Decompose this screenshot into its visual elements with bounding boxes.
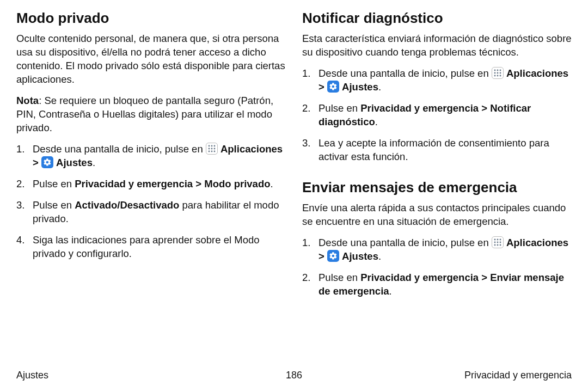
list-item: Pulse en Privacidad y emergencia > Notif… (302, 102, 572, 129)
apps-label: Aplicaciones (506, 237, 568, 248)
steps-modo-privado: Desde una pantalla de inicio, pulse en A… (16, 143, 286, 261)
note-body: : Se requiere un bloqueo de pantalla seg… (16, 95, 273, 133)
steps-notificar-diagnostico: Desde una pantalla de inicio, pulse en A… (302, 67, 572, 164)
step-text: Siga las indicaciones para aprender sobr… (33, 234, 260, 259)
period: . (378, 250, 381, 262)
svg-point-15 (494, 75, 495, 77)
svg-point-9 (494, 70, 495, 71)
intro-modo-privado: Oculte contenido personal, de manera que… (16, 32, 286, 87)
list-item: Pulse en Privacidad y emergencia > Modo … (16, 177, 286, 191)
svg-point-26 (499, 244, 501, 246)
svg-point-10 (497, 70, 498, 71)
footer-page-number: 186 (16, 370, 572, 381)
heading-notificar-diagnostico: Notificar diagnóstico (302, 10, 572, 27)
page-footer: Ajustes 186 Privacidad y emergencia (16, 370, 572, 381)
list-item: Desde una pantalla de inicio, pulse en A… (302, 67, 572, 94)
steps-enviar-mensajes: Desde una pantalla de inicio, pulse en A… (302, 236, 572, 298)
step-bold: Privacidad y emergencia (360, 102, 479, 114)
left-column: Modo privado Oculte contenido personal, … (16, 10, 286, 306)
apps-grid-icon (206, 143, 218, 155)
apps-grid-icon (492, 67, 504, 79)
step-text: Pulse en (318, 272, 360, 283)
svg-point-20 (499, 238, 501, 240)
period: . (389, 285, 392, 297)
apps-label: Aplicaciones (506, 68, 568, 79)
svg-point-16 (497, 75, 498, 77)
svg-point-14 (499, 72, 501, 74)
period: . (271, 178, 273, 189)
step-text: Desde una pantalla de inicio, pulse en (318, 237, 492, 248)
intro-notificar-diagnostico: Esta característica enviará información … (302, 32, 572, 59)
list-item: Pulse en Privacidad y emergencia > Envia… (302, 271, 572, 298)
settings-gear-icon (41, 156, 53, 168)
step-bold: Privacidad y emergencia (75, 178, 193, 189)
svg-point-5 (213, 148, 215, 149)
svg-point-1 (211, 145, 212, 146)
svg-point-0 (208, 145, 210, 146)
right-column: Notificar diagnóstico Esta característic… (302, 10, 572, 306)
settings-gear-icon (327, 81, 339, 93)
nav-caret: > (479, 272, 490, 283)
svg-point-6 (208, 150, 210, 152)
list-item: Desde una pantalla de inicio, pulse en A… (16, 143, 286, 170)
settings-label: Ajustes (56, 157, 93, 168)
intro-enviar-mensajes: Envíe una alerta rápida a sus contactos … (302, 201, 572, 229)
heading-enviar-mensajes: Enviar mensajes de emergencia (302, 179, 572, 196)
svg-point-23 (499, 241, 501, 243)
svg-point-4 (211, 148, 212, 149)
step-bold: Activado/Desactivado (75, 199, 179, 211)
svg-point-11 (499, 70, 501, 71)
svg-point-13 (497, 72, 498, 74)
list-item: Siga las indicaciones para aprender sobr… (16, 234, 286, 261)
list-item: Lea y acepte la información de consentim… (302, 137, 572, 164)
svg-point-18 (494, 238, 495, 240)
svg-point-8 (213, 150, 215, 152)
nav-caret: > (193, 178, 204, 189)
note-modo-privado: Nota: Se requiere un bloqueo de pantalla… (16, 94, 286, 135)
heading-modo-privado: Modo privado (16, 10, 286, 27)
list-item: Desde una pantalla de inicio, pulse en A… (302, 236, 572, 264)
step-bold: Modo privado (204, 178, 270, 189)
svg-point-7 (211, 150, 212, 152)
step-text: Desde una pantalla de inicio, pulse en (33, 143, 206, 155)
settings-label: Ajustes (342, 81, 378, 93)
svg-point-2 (213, 145, 215, 146)
step-text: Pulse en (318, 102, 360, 114)
step-bold: Privacidad y emergencia (360, 272, 479, 283)
list-item: Pulse en Activado/Desactivado para habil… (16, 199, 286, 226)
period: . (378, 81, 381, 93)
apps-grid-icon (492, 236, 504, 248)
step-text: Pulse en (33, 178, 75, 189)
settings-gear-icon (327, 250, 339, 262)
period: . (93, 157, 95, 168)
svg-point-17 (499, 75, 501, 77)
step-text: Lea y acepte la información de consentim… (318, 137, 549, 162)
svg-point-21 (494, 241, 495, 243)
nav-caret: > (33, 157, 41, 168)
svg-point-3 (208, 148, 210, 149)
svg-point-22 (497, 241, 498, 243)
settings-label: Ajustes (342, 250, 378, 262)
page-content: Modo privado Oculte contenido personal, … (0, 0, 588, 306)
step-text: Pulse en (33, 199, 75, 211)
apps-label: Aplicaciones (220, 143, 283, 155)
nav-caret: > (318, 81, 327, 93)
svg-point-12 (494, 72, 495, 74)
nav-caret: > (318, 250, 327, 262)
nav-caret: > (479, 102, 490, 114)
svg-point-25 (497, 244, 498, 246)
svg-point-24 (494, 244, 495, 246)
svg-point-19 (497, 238, 498, 240)
note-label: Nota (16, 95, 39, 106)
period: . (375, 116, 378, 127)
step-text: Desde una pantalla de inicio, pulse en (318, 68, 492, 79)
